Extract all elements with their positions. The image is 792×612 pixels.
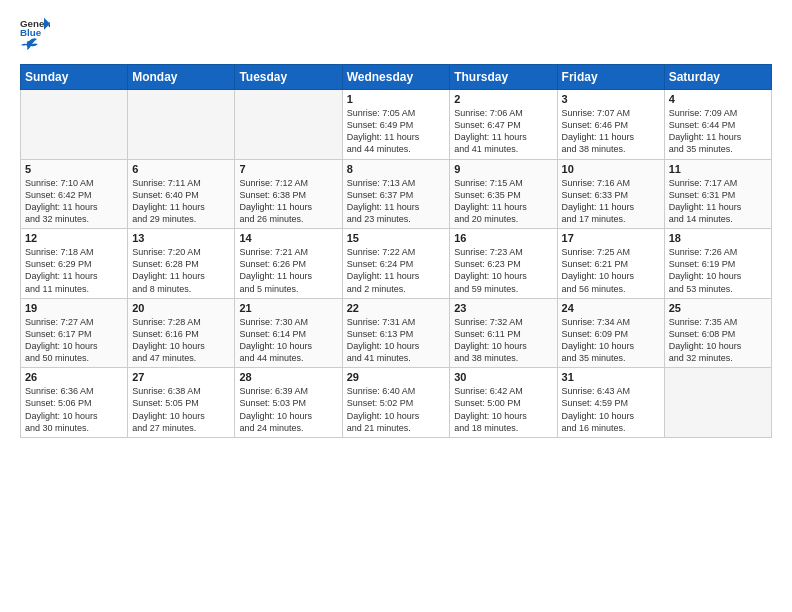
calendar-cell: 26Sunrise: 6:36 AM Sunset: 5:06 PM Dayli…	[21, 368, 128, 438]
weekday-header-wednesday: Wednesday	[342, 65, 450, 90]
day-number: 25	[669, 302, 767, 314]
day-number: 6	[132, 163, 230, 175]
calendar-cell: 14Sunrise: 7:21 AM Sunset: 6:26 PM Dayli…	[235, 229, 342, 299]
calendar-cell: 28Sunrise: 6:39 AM Sunset: 5:03 PM Dayli…	[235, 368, 342, 438]
day-number: 12	[25, 232, 123, 244]
day-info: Sunrise: 6:36 AM Sunset: 5:06 PM Dayligh…	[25, 385, 123, 434]
day-number: 3	[562, 93, 660, 105]
calendar-cell: 9Sunrise: 7:15 AM Sunset: 6:35 PM Daylig…	[450, 159, 557, 229]
day-number: 27	[132, 371, 230, 383]
day-info: Sunrise: 7:20 AM Sunset: 6:28 PM Dayligh…	[132, 246, 230, 295]
day-number: 2	[454, 93, 552, 105]
week-row-5: 26Sunrise: 6:36 AM Sunset: 5:06 PM Dayli…	[21, 368, 772, 438]
calendar-cell: 27Sunrise: 6:38 AM Sunset: 5:05 PM Dayli…	[128, 368, 235, 438]
logo: General Blue	[20, 16, 50, 54]
day-info: Sunrise: 7:06 AM Sunset: 6:47 PM Dayligh…	[454, 107, 552, 156]
calendar-cell: 8Sunrise: 7:13 AM Sunset: 6:37 PM Daylig…	[342, 159, 450, 229]
calendar-cell	[235, 90, 342, 160]
day-number: 8	[347, 163, 446, 175]
day-number: 22	[347, 302, 446, 314]
day-info: Sunrise: 7:18 AM Sunset: 6:29 PM Dayligh…	[25, 246, 123, 295]
day-number: 9	[454, 163, 552, 175]
day-info: Sunrise: 7:22 AM Sunset: 6:24 PM Dayligh…	[347, 246, 446, 295]
day-info: Sunrise: 7:35 AM Sunset: 6:08 PM Dayligh…	[669, 316, 767, 365]
svg-text:Blue: Blue	[20, 27, 42, 36]
day-number: 7	[239, 163, 337, 175]
calendar-cell: 21Sunrise: 7:30 AM Sunset: 6:14 PM Dayli…	[235, 298, 342, 368]
week-row-3: 12Sunrise: 7:18 AM Sunset: 6:29 PM Dayli…	[21, 229, 772, 299]
day-number: 26	[25, 371, 123, 383]
calendar-cell: 24Sunrise: 7:34 AM Sunset: 6:09 PM Dayli…	[557, 298, 664, 368]
weekday-header-thursday: Thursday	[450, 65, 557, 90]
calendar-cell: 31Sunrise: 6:43 AM Sunset: 4:59 PM Dayli…	[557, 368, 664, 438]
day-info: Sunrise: 7:23 AM Sunset: 6:23 PM Dayligh…	[454, 246, 552, 295]
calendar-cell: 5Sunrise: 7:10 AM Sunset: 6:42 PM Daylig…	[21, 159, 128, 229]
day-info: Sunrise: 7:31 AM Sunset: 6:13 PM Dayligh…	[347, 316, 446, 365]
day-info: Sunrise: 7:13 AM Sunset: 6:37 PM Dayligh…	[347, 177, 446, 226]
day-info: Sunrise: 6:39 AM Sunset: 5:03 PM Dayligh…	[239, 385, 337, 434]
calendar: SundayMondayTuesdayWednesdayThursdayFrid…	[20, 64, 772, 438]
day-info: Sunrise: 7:21 AM Sunset: 6:26 PM Dayligh…	[239, 246, 337, 295]
calendar-cell	[664, 368, 771, 438]
calendar-cell: 20Sunrise: 7:28 AM Sunset: 6:16 PM Dayli…	[128, 298, 235, 368]
day-info: Sunrise: 7:34 AM Sunset: 6:09 PM Dayligh…	[562, 316, 660, 365]
calendar-cell: 3Sunrise: 7:07 AM Sunset: 6:46 PM Daylig…	[557, 90, 664, 160]
calendar-cell: 6Sunrise: 7:11 AM Sunset: 6:40 PM Daylig…	[128, 159, 235, 229]
weekday-header-tuesday: Tuesday	[235, 65, 342, 90]
weekday-header-sunday: Sunday	[21, 65, 128, 90]
calendar-cell: 12Sunrise: 7:18 AM Sunset: 6:29 PM Dayli…	[21, 229, 128, 299]
generalblue-icon: General Blue	[20, 16, 50, 36]
day-number: 29	[347, 371, 446, 383]
week-row-2: 5Sunrise: 7:10 AM Sunset: 6:42 PM Daylig…	[21, 159, 772, 229]
page: General Blue SundayMondayTuesdayWednesda…	[0, 0, 792, 448]
calendar-cell: 4Sunrise: 7:09 AM Sunset: 6:44 PM Daylig…	[664, 90, 771, 160]
day-info: Sunrise: 7:10 AM Sunset: 6:42 PM Dayligh…	[25, 177, 123, 226]
day-info: Sunrise: 7:15 AM Sunset: 6:35 PM Dayligh…	[454, 177, 552, 226]
weekday-header-friday: Friday	[557, 65, 664, 90]
calendar-cell: 13Sunrise: 7:20 AM Sunset: 6:28 PM Dayli…	[128, 229, 235, 299]
day-number: 15	[347, 232, 446, 244]
weekday-header-saturday: Saturday	[664, 65, 771, 90]
day-info: Sunrise: 6:42 AM Sunset: 5:00 PM Dayligh…	[454, 385, 552, 434]
day-number: 14	[239, 232, 337, 244]
calendar-cell: 17Sunrise: 7:25 AM Sunset: 6:21 PM Dayli…	[557, 229, 664, 299]
calendar-cell: 30Sunrise: 6:42 AM Sunset: 5:00 PM Dayli…	[450, 368, 557, 438]
day-info: Sunrise: 7:05 AM Sunset: 6:49 PM Dayligh…	[347, 107, 446, 156]
day-number: 28	[239, 371, 337, 383]
day-number: 13	[132, 232, 230, 244]
calendar-cell: 25Sunrise: 7:35 AM Sunset: 6:08 PM Dayli…	[664, 298, 771, 368]
day-info: Sunrise: 6:43 AM Sunset: 4:59 PM Dayligh…	[562, 385, 660, 434]
day-info: Sunrise: 7:12 AM Sunset: 6:38 PM Dayligh…	[239, 177, 337, 226]
day-info: Sunrise: 7:32 AM Sunset: 6:11 PM Dayligh…	[454, 316, 552, 365]
calendar-cell: 11Sunrise: 7:17 AM Sunset: 6:31 PM Dayli…	[664, 159, 771, 229]
calendar-cell: 19Sunrise: 7:27 AM Sunset: 6:17 PM Dayli…	[21, 298, 128, 368]
day-info: Sunrise: 7:27 AM Sunset: 6:17 PM Dayligh…	[25, 316, 123, 365]
day-info: Sunrise: 7:11 AM Sunset: 6:40 PM Dayligh…	[132, 177, 230, 226]
week-row-1: 1Sunrise: 7:05 AM Sunset: 6:49 PM Daylig…	[21, 90, 772, 160]
calendar-cell: 29Sunrise: 6:40 AM Sunset: 5:02 PM Dayli…	[342, 368, 450, 438]
day-info: Sunrise: 7:26 AM Sunset: 6:19 PM Dayligh…	[669, 246, 767, 295]
day-info: Sunrise: 7:17 AM Sunset: 6:31 PM Dayligh…	[669, 177, 767, 226]
day-number: 16	[454, 232, 552, 244]
calendar-cell: 7Sunrise: 7:12 AM Sunset: 6:38 PM Daylig…	[235, 159, 342, 229]
calendar-cell: 2Sunrise: 7:06 AM Sunset: 6:47 PM Daylig…	[450, 90, 557, 160]
day-number: 20	[132, 302, 230, 314]
day-number: 18	[669, 232, 767, 244]
calendar-cell: 23Sunrise: 7:32 AM Sunset: 6:11 PM Dayli…	[450, 298, 557, 368]
day-info: Sunrise: 7:30 AM Sunset: 6:14 PM Dayligh…	[239, 316, 337, 365]
calendar-cell: 1Sunrise: 7:05 AM Sunset: 6:49 PM Daylig…	[342, 90, 450, 160]
calendar-cell: 22Sunrise: 7:31 AM Sunset: 6:13 PM Dayli…	[342, 298, 450, 368]
weekday-header-monday: Monday	[128, 65, 235, 90]
day-info: Sunrise: 7:16 AM Sunset: 6:33 PM Dayligh…	[562, 177, 660, 226]
day-number: 5	[25, 163, 123, 175]
day-info: Sunrise: 7:25 AM Sunset: 6:21 PM Dayligh…	[562, 246, 660, 295]
day-number: 19	[25, 302, 123, 314]
day-number: 21	[239, 302, 337, 314]
day-number: 30	[454, 371, 552, 383]
calendar-cell	[128, 90, 235, 160]
calendar-cell: 10Sunrise: 7:16 AM Sunset: 6:33 PM Dayli…	[557, 159, 664, 229]
calendar-cell: 15Sunrise: 7:22 AM Sunset: 6:24 PM Dayli…	[342, 229, 450, 299]
day-number: 17	[562, 232, 660, 244]
day-number: 23	[454, 302, 552, 314]
day-number: 31	[562, 371, 660, 383]
